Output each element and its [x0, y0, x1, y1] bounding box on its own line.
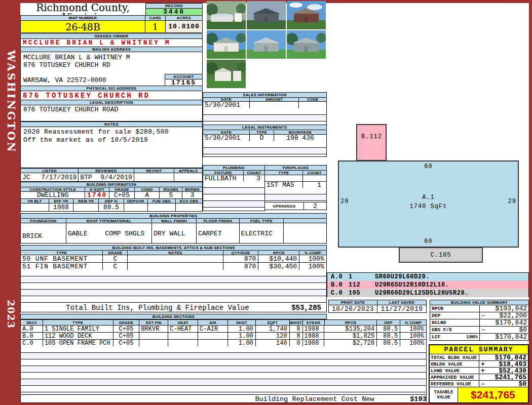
- parcel-label: LAND VALUE: [430, 368, 479, 374]
- cond-label: COND: [135, 187, 160, 191]
- cell-type: 1 SINGLE FAMILY: [43, 326, 113, 332]
- bvs-label-text: RPCN: [432, 306, 443, 311]
- cell-dep: 88.5: [377, 340, 400, 346]
- fireplace-type-label: TYPE: [265, 171, 303, 175]
- cell-whgt: 8: [290, 340, 303, 346]
- built-ins-notes-label: NOTES: [128, 251, 223, 255]
- cell-rpcn: $1,825: [324, 333, 377, 339]
- wall-finish-label: WALL FINISH: [152, 219, 197, 223]
- sales-code-value: [299, 102, 326, 108]
- rpcn-label: RPCN: [325, 320, 377, 325]
- cell-shgt: 1.00: [228, 326, 256, 332]
- parcel-sign: +: [481, 367, 485, 375]
- property-photo-2[interactable]: [247, 1, 286, 29]
- grade-value: C+05: [109, 192, 135, 198]
- wall-finish-value: DRY WALL: [152, 223, 197, 243]
- cell-sec: B.0: [21, 333, 43, 339]
- yrblt-value: [21, 204, 49, 211]
- county-title-block: Richmond County, Virginia Commissioner o…: [20, 3, 145, 16]
- cell-sqft: 1,740: [256, 326, 290, 332]
- sketch-section-a-label: A.1: [339, 194, 518, 201]
- legend-row-b: B.0 112 U29R6SU12R10D12L10.: [327, 281, 528, 289]
- grade-label: GRADE: [113, 320, 140, 325]
- cell-heat: [168, 340, 198, 346]
- bvs-row: OBS F/E – $0: [430, 326, 529, 334]
- cell-eyear: 1988: [303, 340, 325, 346]
- sales-date-value: 5/30/2001: [203, 102, 250, 108]
- cond-value: A: [135, 192, 160, 198]
- fireplaces-row: [264, 175, 327, 182]
- property-photo-1[interactable]: [207, 1, 246, 29]
- revisit-label: REVISIT: [134, 169, 175, 173]
- instrument-date-value: 5/30/2001: [203, 135, 250, 141]
- sales-date-label: DATE: [203, 98, 250, 101]
- bvs-value: $170,842: [496, 319, 527, 326]
- built-ins-rpcn-label: RPCN: [258, 251, 299, 255]
- bvs-value: $170,842: [496, 334, 527, 340]
- bvs-label-rclnd: RCLND: [430, 319, 480, 326]
- instrument-type-label: TYPE: [250, 130, 274, 134]
- cell-rpcn: $10,440: [258, 255, 299, 262]
- cell-rpcn: $135,204: [324, 326, 377, 332]
- instrument-bookpage-label: BOOKPAGE: [274, 130, 326, 134]
- cell-dep: 88.5: [377, 326, 400, 332]
- openings-label: OPENINGS: [265, 202, 304, 210]
- legend-num: 105: [349, 290, 375, 297]
- dep-label: DEP: [377, 320, 400, 325]
- built-ins-total-row: Total Built Ins, Plumbing & Fireplace Va…: [20, 302, 327, 312]
- bvs-row: RPCN $193,042: [430, 305, 529, 312]
- bvs-sign: –: [481, 312, 485, 319]
- property-photo-3[interactable]: [287, 1, 326, 29]
- reviewed-label: REVIEWED: [79, 169, 134, 173]
- built-ins-type-label: TYPE: [21, 251, 103, 255]
- taxable-label-line: TAXABLE: [434, 390, 453, 395]
- roof-type-value: GABLE: [68, 230, 88, 237]
- cell-qty: 870: [223, 263, 259, 270]
- review-value-row: JC 7/17/2019 BTP 9/4/2019: [20, 173, 203, 182]
- cell-shgt: 1.00: [228, 340, 256, 346]
- property-photo-5[interactable]: [247, 30, 286, 59]
- cell-shgt: 1.00: [228, 333, 256, 339]
- cell-grade: C+05: [113, 333, 140, 339]
- built-ins-comp-label: % COMP: [299, 251, 326, 255]
- property-photo-6[interactable]: [287, 30, 326, 59]
- cell-type: 51 FIN BASEMENT: [21, 263, 103, 270]
- cell-comp: 100%: [400, 326, 426, 332]
- sketch-dim-bottom: 60: [339, 238, 518, 245]
- instrument-bookpage-value: 198 436: [274, 135, 326, 141]
- print-date-value: 10/26/2023: [329, 305, 377, 312]
- listed-label: LISTED: [21, 169, 79, 173]
- openings-row: OPENINGS 2: [264, 202, 327, 210]
- legend-sec: B.0: [327, 281, 349, 289]
- legend-sec: A.0: [327, 273, 349, 280]
- properties-spacer-value: [284, 223, 326, 243]
- parcel-summary-title: PARCEL SUMMARY: [430, 345, 528, 354]
- bvs-row: RCLND $170,842: [430, 319, 529, 327]
- bvs-value-lcf: $170,842: [480, 334, 528, 340]
- air-label: AIR: [198, 320, 228, 325]
- bvs-label-rpcn: RPCN: [430, 305, 480, 312]
- yrblt-label: YR BLT: [21, 199, 49, 203]
- sketch-dim-top: 60: [339, 163, 518, 170]
- built-ins-total-label: Total Built Ins, Plumbing & Fireplace Va…: [51, 304, 264, 312]
- property-photo-7[interactable]: [207, 60, 246, 88]
- parcel-row-taxable: TAXABLE VALUE $241,765: [430, 387, 528, 402]
- cell-sec: C.0: [21, 340, 43, 346]
- parcel-label: DEFERRED VALUE: [430, 381, 479, 387]
- depovr-value: [124, 204, 148, 211]
- properties-spacer: [284, 219, 326, 223]
- property-photo-4[interactable]: [207, 30, 246, 59]
- instrument-date-label: DATE: [203, 130, 250, 134]
- sketch-section-b-label: B.112: [361, 133, 382, 140]
- dep-pct-value: 88.5: [99, 204, 124, 211]
- bvs-label-lcf: LCF 100%: [430, 334, 480, 340]
- plumbing-row: FULLBATH 3: [203, 175, 265, 182]
- parcel-row-deferred: DEFERRED VALUE – $0: [430, 381, 528, 387]
- bvs-sign: –: [481, 327, 485, 333]
- built-ins-qty-label: QTY/SIZE: [223, 251, 259, 255]
- reviewed-by: BTP: [80, 174, 92, 181]
- cell-whgt: 8: [290, 333, 303, 339]
- cell-sec: A.0: [21, 326, 43, 332]
- reviewed-date: 9/4/2019: [100, 174, 132, 181]
- built-ins-grade-label: GRADE: [103, 251, 128, 255]
